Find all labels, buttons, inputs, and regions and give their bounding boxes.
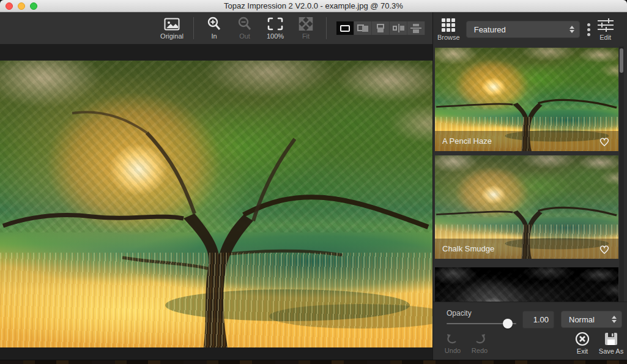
view-mode-split-vertical-button[interactable] [390,21,407,35]
zoom-in-button[interactable]: In [204,17,224,40]
preset-thumbnail-pencil-haze[interactable]: A Pencil Haze [435,48,618,151]
toolbar: Original In [0,12,432,44]
blend-mode-dropdown[interactable]: Normal [561,311,622,328]
preset-thumbnail-charcoal[interactable] [435,267,618,302]
grid-icon [442,18,455,32]
single-view-icon [340,25,350,32]
browse-label: Browse [437,34,460,41]
undo-arrow-icon [445,333,460,346]
floppy-disk-icon [604,332,618,346]
circle-x-icon [575,332,590,346]
undo-button[interactable]: Undo [439,333,466,354]
fit-button[interactable]: Fit [295,17,316,40]
save-as-label: Save As [599,347,623,355]
toolbar-separator [193,17,194,39]
zoom-out-button[interactable]: Out [234,17,255,40]
redo-arrow-icon [472,333,487,346]
app-window: Topaz Impression 2 V2.0.0 - example.jpg … [0,0,627,364]
preset-list: A Pencil Haze [433,46,627,302]
toolbar-separator [326,17,327,39]
split-horizontal-view-icon [410,24,421,32]
preset-panel-header: Browse Featured Edit [433,12,627,46]
side-by-side-view-icon [357,24,368,32]
opacity-slider[interactable] [447,318,516,329]
fit-label: Fit [302,32,310,40]
preset-label-bar: A Pencil Haze [435,131,618,151]
up-down-arrows-icon [569,26,574,33]
corner-brackets-icon [267,17,283,31]
zoom-in-label: In [211,32,217,40]
preset-category-value: Featured [474,25,566,34]
window-title: Topaz Impression 2 V2.0.0 - example.jpg … [0,1,627,10]
save-as-button[interactable]: Save As [596,332,626,355]
heart-outline-icon[interactable] [598,135,611,147]
sliders-icon [598,18,614,32]
filmstrip-strip[interactable] [0,360,627,364]
view-mode-split-horizontal-button[interactable] [407,21,425,35]
zoom-out-label: Out [239,32,250,40]
view-mode-side-by-side-button[interactable] [354,21,372,35]
scrollbar-thumb[interactable] [620,48,623,73]
blend-mode-value: Normal [569,315,608,324]
browse-button[interactable]: Browse [437,18,460,41]
preset-scrollbar[interactable] [619,46,624,302]
view-mode-single-button[interactable] [336,21,354,35]
opacity-label: Opacity [447,309,472,318]
original-label: Original [160,32,184,40]
split-vertical-view-icon [393,24,404,32]
edit-button[interactable]: Edit [598,18,614,41]
magnifier-plus-icon [207,17,221,31]
top-bottom-view-icon [375,24,386,32]
image-canvas[interactable] [0,44,432,360]
expand-arrows-icon [299,17,313,31]
titlebar: Topaz Impression 2 V2.0.0 - example.jpg … [0,0,627,12]
view-mode-top-bottom-button[interactable] [372,21,390,35]
zoom-100-button[interactable]: 100% [265,17,286,40]
zoom-100-label: 100% [267,32,284,40]
preset-name: Chalk Smudge [442,244,598,253]
original-toggle-button[interactable]: Original [160,17,184,40]
redo-label: Redo [472,347,488,354]
redo-button[interactable]: Redo [466,333,493,354]
more-options-button[interactable] [586,23,592,36]
magnifier-minus-icon [237,17,252,31]
preset-thumbnail-chalk-smudge[interactable]: Chalk Smudge [435,155,618,259]
adjustments-panel: Opacity 1.00 Normal Undo [433,302,627,360]
view-mode-group [336,21,425,35]
slider-knob[interactable] [503,319,513,329]
preset-name: A Pencil Haze [442,136,598,146]
preset-label-bar: Chalk Smudge [435,239,618,259]
preset-category-dropdown[interactable]: Featured [466,21,580,38]
heart-outline-icon[interactable] [598,243,611,255]
exit-label: Exit [577,347,588,355]
picture-icon [164,17,180,31]
opacity-value-field[interactable]: 1.00 [522,311,554,329]
exit-button[interactable]: Exit [569,332,596,355]
undo-label: Undo [445,347,461,354]
edit-label: Edit [599,34,611,41]
up-down-arrows-icon [612,316,617,323]
preview-image [0,61,432,347]
